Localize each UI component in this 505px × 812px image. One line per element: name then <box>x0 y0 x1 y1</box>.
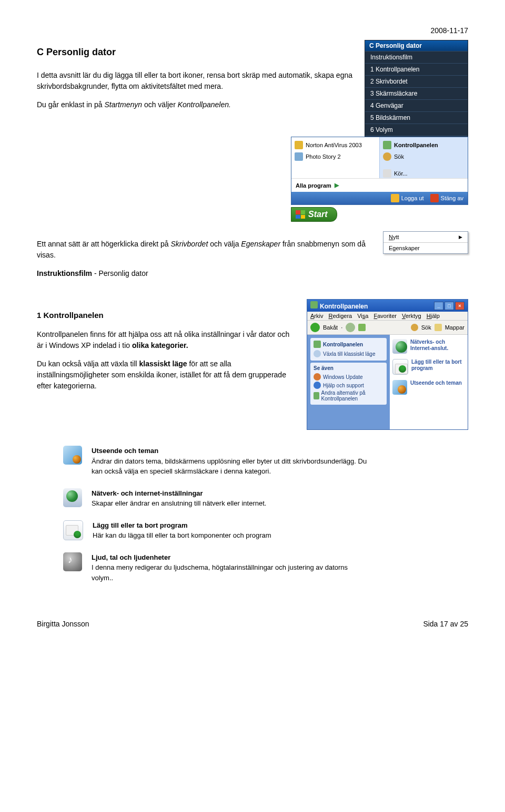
nav-item[interactable]: 3 Skärmsläckare <box>365 87 468 99</box>
nav-item[interactable]: 4 Genvägar <box>365 99 468 111</box>
search-icon <box>383 152 391 161</box>
antivirus-icon <box>295 141 303 149</box>
kp-main-area: Nätverks- och Internet-anslut. Lägg till… <box>390 335 468 429</box>
category-row-sound: Ljud, tal och ljudenheterI denna meny re… <box>63 552 468 583</box>
start-button[interactable]: Start <box>291 207 337 222</box>
rightclick-paragraph: Ett annat sätt är att högerklicka direkt… <box>37 239 372 261</box>
winupdate-icon <box>314 373 321 381</box>
footer-author: Birgitta Jonsson <box>37 620 89 628</box>
category-list: Utseende och temanÄndrar din dators tema… <box>37 446 468 583</box>
sound-icon <box>63 552 82 571</box>
run-icon <box>383 169 391 178</box>
nav-item[interactable]: 1 Kontrollpanelen <box>365 63 468 75</box>
startmenu-shutdown[interactable]: Stäng av <box>430 194 463 202</box>
search-label: Sök <box>421 324 431 331</box>
controlpanel-icon <box>314 392 319 399</box>
sidepane-item[interactable]: Andra alternativ på Kontrollpanelen <box>314 389 383 402</box>
network-icon <box>392 339 407 354</box>
kp-category[interactable]: Nätverks- och Internet-anslut. <box>392 339 465 354</box>
instruktionsfilm-line: Instruktionsfilm - Personlig dator <box>37 268 372 279</box>
section-1-p2: Du kan också välja att växla till klassi… <box>37 358 296 392</box>
maximize-button[interactable]: □ <box>445 302 454 310</box>
arrow-right-icon: ▶ <box>335 182 339 189</box>
folders-label: Mappar <box>445 324 464 331</box>
nav-item[interactable]: 2 Skrivbordet <box>365 75 468 87</box>
network-icon <box>63 488 82 507</box>
document-date: 2008-11-17 <box>37 26 468 35</box>
kp-category[interactable]: Utseende och teman <box>392 380 465 395</box>
startmenu-item-sok[interactable]: Sök <box>383 151 464 162</box>
windows-logo-icon <box>296 210 305 219</box>
help-icon <box>314 382 321 389</box>
controlpanel-icon <box>310 301 318 309</box>
menu-hjalp[interactable]: Hjälp <box>427 313 440 319</box>
sidepane-box-kp: Kontrollpanelen Växla till klassiskt läg… <box>310 338 387 361</box>
page-title: C Personlig dator <box>37 45 354 59</box>
logout-icon <box>391 194 399 202</box>
context-menu: NNyttytt ▶ Egenskaper <box>383 231 468 254</box>
controlpanel-icon <box>314 341 321 348</box>
menu-redigera[interactable]: Redigera <box>329 313 352 319</box>
close-button[interactable]: × <box>455 302 464 310</box>
startmenu-item[interactable]: Norton AntiVirus 2003 <box>295 139 376 151</box>
back-button[interactable] <box>310 323 320 332</box>
startmenu-allprograms[interactable]: Alla program ▶ <box>291 178 468 192</box>
startmenu-item-kor[interactable]: Kör... <box>383 168 464 179</box>
nav-item[interactable]: 5 Bildskärmen <box>365 111 468 124</box>
footer-page: Sida 17 av 25 <box>423 620 468 628</box>
theme-icon <box>392 380 407 395</box>
window-menubar: Arkiv Redigera Visa Favoriter Verktyg Hj… <box>307 312 468 321</box>
menu-visa[interactable]: Visa <box>357 313 368 319</box>
window-toolbar: Bakåt · Sök Mappar <box>307 321 468 335</box>
startmenu-item-kontrollpanelen[interactable]: Kontrollpanelen <box>383 139 464 151</box>
theme-icon <box>63 446 82 465</box>
startmenu-paragraph: Du går enklast in på Startmenyn och välj… <box>37 99 354 110</box>
shutdown-icon <box>430 194 439 202</box>
nav-panel-header: C Personlig dator <box>365 40 468 51</box>
back-label: Bakåt <box>323 324 338 331</box>
category-row-addremove: Lägg till eller ta bort programHär kan d… <box>63 520 468 541</box>
photostory-icon <box>295 152 303 161</box>
search-icon[interactable] <box>411 324 418 331</box>
arrow-icon <box>314 350 321 357</box>
menu-arkiv[interactable]: Arkiv <box>310 313 323 319</box>
submenu-arrow-icon: ▶ <box>459 234 462 240</box>
kp-category[interactable]: Lägg till eller ta bort program <box>392 359 465 375</box>
up-icon[interactable] <box>358 324 366 331</box>
sidepane-item[interactable]: Hjälp och support <box>314 381 383 389</box>
kontrollpanelen-window: Kontrollpanelen _ □ × Arkiv Redigera Vis… <box>307 299 468 430</box>
menu-favoriter[interactable]: Favoriter <box>374 313 397 319</box>
startmenu-logout[interactable]: Logga ut <box>391 194 424 202</box>
window-titlebar: Kontrollpanelen _ □ × <box>307 300 468 312</box>
nav-panel: C Personlig dator Instruktionsfilm 1 Kon… <box>365 40 468 148</box>
startmenu-figure: Norton AntiVirus 2003 Photo Story 2 Kont… <box>291 137 468 205</box>
nav-item[interactable]: 6 Volym <box>365 124 468 136</box>
switch-classic-link[interactable]: Växla till klassiskt läge <box>314 350 383 358</box>
addremove-icon <box>392 359 408 375</box>
nav-item[interactable]: Instruktionsfilm <box>365 51 468 63</box>
section-1-heading: 1 Kontrollpanelen <box>37 310 296 322</box>
page-footer: Birgitta Jonsson Sida 17 av 25 <box>37 620 468 628</box>
context-menu-egenskaper[interactable]: Egenskaper <box>383 242 468 253</box>
sidepane-item[interactable]: Windows Update <box>314 373 383 381</box>
section-1-p1: Kontrollpanelen finns för att hjälpa oss… <box>37 329 296 351</box>
menu-verktyg[interactable]: Verktyg <box>402 313 421 319</box>
category-row-network: Nätverk- och internet-inställningarSkapa… <box>63 488 468 509</box>
controlpanel-icon <box>383 141 391 149</box>
minimize-button[interactable]: _ <box>434 302 443 310</box>
sidepane-box-seealso: Se även Windows Update Hjälp och support… <box>310 363 387 405</box>
folders-icon[interactable] <box>435 324 442 331</box>
intro-paragraph: I detta avsnitt lär du dig lägga till el… <box>37 70 354 92</box>
forward-button[interactable] <box>346 323 355 332</box>
addremove-icon <box>63 520 83 540</box>
category-row-theme: Utseende och temanÄndrar din dators tema… <box>63 446 468 477</box>
startmenu-item[interactable]: Photo Story 2 <box>295 151 376 162</box>
context-menu-nytt[interactable]: NNyttytt ▶ <box>383 232 468 242</box>
